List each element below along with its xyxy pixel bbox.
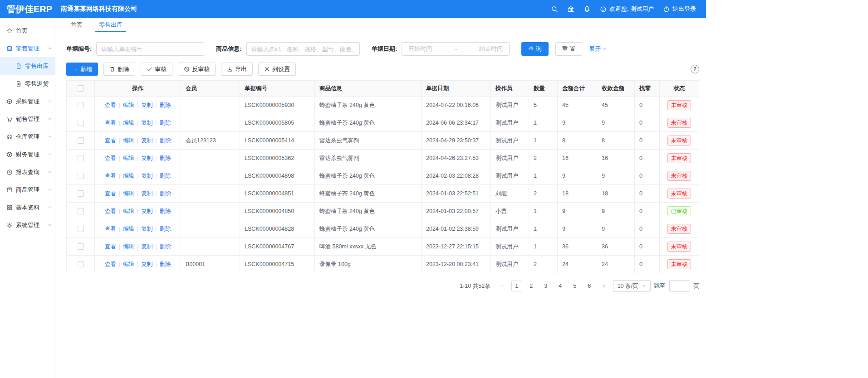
audit-button[interactable]: 审核 [141,63,172,76]
row-action-edit[interactable]: 编辑 [123,120,134,126]
row-checkbox[interactable] [78,155,84,161]
row-action-delete[interactable]: 删除 [159,137,171,144]
row-checkbox[interactable] [78,190,84,197]
select-all-checkbox[interactable] [78,85,84,92]
row-action-copy[interactable]: 复制 [141,120,152,126]
row-action-edit[interactable]: 编辑 [123,208,134,214]
row-action-edit[interactable]: 编辑 [123,155,134,161]
bill-no-input[interactable] [96,42,204,56]
sidebar-item-finance[interactable]: 财务管理 [0,145,55,163]
sidebar-item-system[interactable]: 系统管理 [0,216,55,234]
row-checkbox[interactable] [78,261,84,267]
row-checkbox[interactable] [78,102,84,108]
action-separator: | [155,137,157,144]
expand-link[interactable]: 展开 [589,45,608,53]
row-action-copy[interactable]: 复制 [141,155,152,161]
row-action-delete[interactable]: 删除 [159,208,171,214]
sidebar-item-purchase[interactable]: 采购管理 [0,92,55,110]
help-icon[interactable]: ? [691,65,699,73]
row-action-delete[interactable]: 删除 [159,243,171,250]
row-action-delete[interactable]: 删除 [159,261,171,267]
row-action-view[interactable]: 查看 [105,261,116,267]
prev-page-icon[interactable] [497,281,508,291]
column-settings-button[interactable]: 列设置 [258,63,296,76]
page-button-6[interactable]: 6 [584,281,595,291]
sidebar-item-reports[interactable]: 报表查询 [0,163,55,181]
bell-icon[interactable] [584,5,591,13]
row-action-delete[interactable]: 删除 [159,173,171,179]
sidebar-item-retail[interactable]: 零售管理 [0,39,55,57]
page-button-1[interactable]: 1 [511,281,522,291]
add-button[interactable]: 新增 [66,63,98,76]
row-action-view[interactable]: 查看 [105,243,116,250]
search-icon[interactable] [551,5,558,13]
row-action-edit[interactable]: 编辑 [123,261,134,267]
row-checkbox[interactable] [78,173,84,179]
row-action-view[interactable]: 查看 [105,173,116,179]
row-action-view[interactable]: 查看 [105,208,116,214]
row-checkbox[interactable] [78,243,84,250]
row-action-edit[interactable]: 编辑 [123,190,134,197]
tab-home[interactable]: 首页 [63,18,91,32]
chevron-down-icon [47,99,52,104]
cell-bill_no: LSCK00000005930 [240,97,315,114]
action-separator: | [137,102,138,108]
row-action-copy[interactable]: 复制 [141,226,152,232]
row-action-edit[interactable]: 编辑 [123,137,134,144]
bank-icon[interactable] [567,5,574,13]
row-action-delete[interactable]: 删除 [159,226,171,232]
row-action-copy[interactable]: 复制 [141,190,152,197]
row-action-delete[interactable]: 删除 [159,102,171,108]
logout-button[interactable]: 退出登录 [663,5,696,13]
row-action-copy[interactable]: 复制 [141,261,152,267]
row-action-edit[interactable]: 编辑 [123,243,134,250]
row-action-delete[interactable]: 删除 [159,120,171,126]
row-action-view[interactable]: 查看 [105,102,116,108]
row-action-copy[interactable]: 复制 [141,243,152,250]
sidebar-item-goods[interactable]: 商品管理 [0,181,55,199]
row-action-delete[interactable]: 删除 [159,190,171,197]
row-action-view[interactable]: 查看 [105,120,116,126]
row-action-copy[interactable]: 复制 [141,137,152,144]
row-checkbox[interactable] [78,208,84,214]
row-action-view[interactable]: 查看 [105,226,116,232]
welcome-user[interactable]: 欢迎您, 测试用户 [600,5,654,13]
cell-change: 0 [635,132,660,150]
tab-retail-outbound[interactable]: 零售出库 [91,18,131,32]
sidebar-item-retail-outbound[interactable]: 零售出库 [0,57,55,75]
row-checkbox[interactable] [78,120,84,126]
export-button[interactable]: 导出 [221,63,253,76]
sidebar-item-basic[interactable]: 基本资料 [0,199,55,216]
product-info-input[interactable] [246,42,360,56]
row-action-view[interactable]: 查看 [105,155,116,161]
next-page-icon[interactable] [598,281,609,291]
row-action-edit[interactable]: 编辑 [123,226,134,232]
toolbar: 新增 删除 审核 反审核 [66,63,699,76]
sidebar-item-warehouse[interactable]: 仓库管理 [0,128,55,145]
sidebar-item-sales[interactable]: 销售管理 [0,110,55,128]
row-action-view[interactable]: 查看 [105,190,116,197]
row-action-view[interactable]: 查看 [105,137,116,144]
page-button-3[interactable]: 3 [540,281,551,291]
row-checkbox[interactable] [78,226,84,232]
reset-button[interactable]: 重 置 [555,42,583,56]
page-button-5[interactable]: 5 [569,281,580,291]
delete-button[interactable]: 删除 [103,63,135,76]
row-action-copy[interactable]: 复制 [141,208,152,214]
sidebar-item-home[interactable]: 首页 [0,22,55,39]
row-action-copy[interactable]: 复制 [141,173,152,179]
sidebar-item-retail-return[interactable]: 零售退货 [0,75,55,92]
search-button[interactable]: 查 询 [521,42,549,56]
date-range-input[interactable]: 开始时间 ~ 结束时间 [402,42,510,56]
row-checkbox[interactable] [78,137,84,144]
row-action-edit[interactable]: 编辑 [123,173,134,179]
unaudit-button[interactable]: 反审核 [178,63,216,76]
page-size-select[interactable]: 10 条/页 [613,280,651,292]
row-action-copy[interactable]: 复制 [141,102,152,108]
jump-page-input[interactable] [669,280,690,292]
page-button-2[interactable]: 2 [526,281,537,291]
row-action-delete[interactable]: 删除 [159,155,171,161]
page-button-4[interactable]: 4 [555,281,566,291]
row-action-edit[interactable]: 编辑 [123,102,134,108]
cell-received: 9 [597,203,635,220]
